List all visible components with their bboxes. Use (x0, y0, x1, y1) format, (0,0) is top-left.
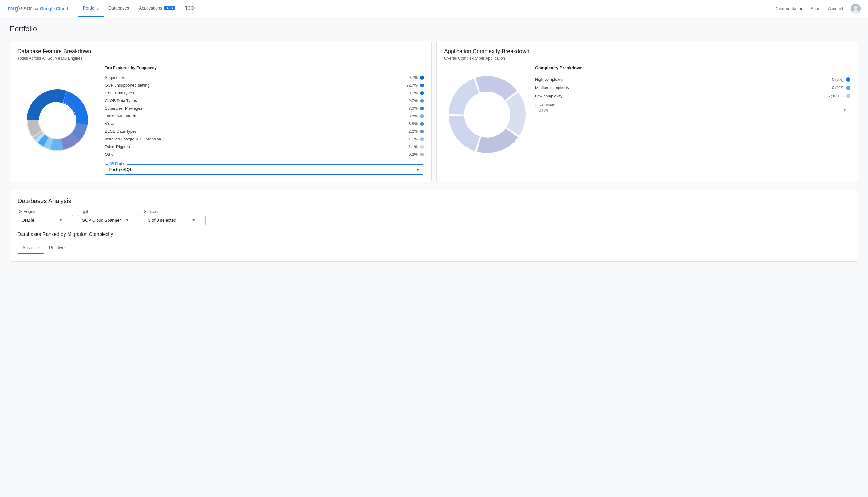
navbar: migVisor for Google Cloud Portfolio Data… (0, 0, 868, 17)
feature-pct: 9.2% (408, 152, 418, 157)
complexity-item-name: Medium complexity (535, 85, 832, 90)
app-complexity-card-title: Application Complexity Breakdown (444, 48, 851, 55)
logo-mig: mig (8, 5, 18, 12)
filter-db-engine: DB Engine Oracle ▼ (17, 210, 73, 226)
complexity-tabs: Absolute Relative (17, 242, 851, 254)
features-section-title: Top Features by Frequency (105, 66, 424, 70)
ranked-title: Databases Ranked by Migration Complexity (17, 232, 851, 237)
feature-name: Installed PostgreSQL Extension (105, 137, 408, 141)
feature-row: Float DataTypes 9.7% (105, 89, 424, 97)
feature-dot (420, 153, 424, 156)
complexity-legend-row: Low complexity 5 (100%) (535, 92, 851, 100)
db-donut-chart-area (17, 66, 97, 175)
beta-badge: BETA (164, 6, 175, 11)
feature-row: Installed PostgreSQL Extension 1.1% (105, 135, 424, 143)
app-card-inner: Complexity Breakdown High complexity 0 (… (444, 66, 851, 164)
complexity-item-value: 0 (0%) (832, 77, 844, 82)
feature-row: Tables without PK 3.8% (105, 112, 424, 120)
feature-dot (420, 99, 424, 103)
complexity-legend: High complexity 0 (0%) Medium complexity… (535, 75, 851, 100)
db-feature-card-subtitle: Totals Across All Source DB Engines (17, 56, 424, 60)
complexity-item-name: Low complexity (535, 94, 827, 98)
nav-link-tco[interactable]: TCO (180, 0, 199, 17)
feature-row: Sequences 29.7% (105, 74, 424, 81)
feature-pct: 22.7% (406, 83, 418, 87)
cards-row: Database Feature Breakdown Totals Across… (10, 41, 858, 183)
feature-row: Other 9.2% (105, 151, 424, 158)
filter-target: Target GCP Cloud Spanner ▼ (78, 210, 139, 226)
feature-pct: 3.8% (408, 121, 418, 126)
nav-scan[interactable]: Scan (811, 6, 820, 11)
app-donut-chart-area (444, 66, 530, 164)
page-content: Portfolio Database Feature Breakdown Tot… (0, 17, 868, 269)
feature-dot (420, 137, 424, 141)
complexity-legend-row: High complexity 0 (0%) (535, 75, 851, 84)
feature-name: CLOB Data Types (105, 98, 408, 103)
feature-dot (420, 106, 424, 110)
feature-dot (420, 76, 424, 80)
app-donut-svg (444, 66, 530, 164)
feature-name: Sequences (105, 75, 406, 80)
feature-row: GCP unsupported setting 22.7% (105, 81, 424, 89)
db-card-inner: Top Features by Frequency Sequences 29.7… (17, 66, 424, 175)
db-engine-select[interactable]: DB Engine PostgreSQL ▼ (105, 164, 424, 175)
feature-dot (420, 91, 424, 95)
feature-pct: 9.7% (408, 90, 418, 95)
logo[interactable]: migVisor for Google Cloud (8, 5, 68, 12)
feature-row: CLOB Data Types 9.7% (105, 97, 424, 104)
feature-name: Other (105, 152, 408, 157)
nav-link-applications[interactable]: Applications BETA (134, 0, 180, 17)
tab-relative[interactable]: Relative (44, 242, 69, 254)
db-engine-field-label: DB Engine (108, 162, 127, 166)
complexity-item-dot (846, 77, 851, 82)
feature-name: SuperUser Privileges (105, 106, 408, 111)
nav-link-databases[interactable]: Databases (103, 0, 134, 17)
app-complexity-card-subtitle: Overall Complexity per Application (444, 56, 851, 60)
feature-name: BLOB Data Types (105, 129, 408, 133)
app-complexity-card: Application Complexity Breakdown Overall… (436, 41, 858, 183)
nav-account[interactable]: Account (828, 6, 843, 11)
chevron-down-icon: ▼ (843, 108, 846, 112)
feature-name: Tables without PK (105, 114, 408, 118)
feature-name: GCP unsupported setting (105, 83, 406, 87)
nav-links: Portfolio Databases Applications BETA TC… (78, 0, 774, 17)
feature-dot (420, 84, 424, 87)
feature-name: Float DataTypes (105, 90, 408, 95)
complexity-legend-row: Medium complexity 0 (0%) (535, 84, 851, 92)
target-filter-select[interactable]: GCP Cloud Spanner ▼ (78, 215, 139, 226)
svg-point-1 (854, 6, 857, 10)
feature-dot (420, 114, 424, 118)
complexity-item-name: High complexity (535, 77, 832, 82)
feature-pct: 1.1% (408, 137, 418, 141)
feature-row: Views 3.8% (105, 120, 424, 127)
db-donut-svg (22, 74, 93, 166)
db-feature-breakdown-card: Database Feature Breakdown Totals Across… (10, 41, 432, 183)
user-avatar[interactable] (851, 4, 860, 14)
feature-pct: 2.2% (408, 129, 418, 133)
chevron-down-icon: ▼ (59, 218, 63, 223)
feature-pct: 9.7% (408, 98, 418, 103)
feature-row: Table Triggers 1.1% (105, 143, 424, 151)
nav-link-portfolio[interactable]: Portfolio (78, 0, 103, 17)
sources-filter-select[interactable]: 3 of 3 selected ▼ (144, 215, 206, 226)
db-engine-value: PostgreSQL (109, 167, 132, 172)
feature-pct: 29.7% (406, 75, 418, 80)
nav-documentation[interactable]: Documentation (774, 6, 803, 11)
complexity-legend-title: Complexity Breakdown (535, 66, 851, 70)
logo-google-cloud: Google Cloud (40, 6, 68, 11)
language-select[interactable]: Language Java ▼ (535, 105, 851, 115)
analysis-filters: DB Engine Oracle ▼ Target GCP Cloud Span… (17, 210, 851, 226)
db-engine-filter-select[interactable]: Oracle ▼ (17, 215, 73, 226)
nav-right: Documentation Scan Account (774, 4, 860, 14)
feature-pct: 3.8% (408, 114, 418, 118)
logo-for: for (34, 6, 39, 11)
tab-absolute[interactable]: Absolute (17, 242, 44, 254)
filter-sources: Sources 3 of 3 selected ▼ (144, 210, 206, 226)
complexity-item-dot (846, 94, 851, 98)
feature-row: SuperUser Privileges 7.0% (105, 104, 424, 112)
svg-point-21 (465, 92, 509, 137)
complexity-item-dot (846, 86, 851, 90)
feature-pct: 1.1% (408, 144, 418, 149)
features-list: Sequences 29.7% GCP unsupported setting … (105, 74, 424, 158)
databases-analysis-card: Databases Analysis DB Engine Oracle ▼ Ta… (10, 190, 858, 262)
